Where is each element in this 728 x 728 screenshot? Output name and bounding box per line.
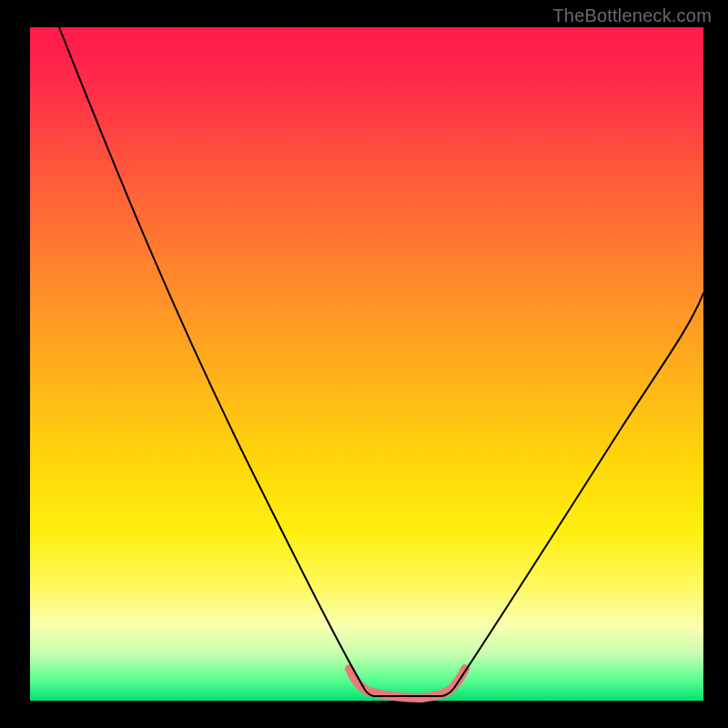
watermark-text: TheBottleneck.com bbox=[552, 5, 712, 26]
v-curve-left bbox=[59, 27, 374, 696]
chart-frame: TheBottleneck.com bbox=[0, 0, 728, 728]
plot-area bbox=[30, 27, 703, 701]
v-curve-right bbox=[441, 293, 703, 696]
curve-layer bbox=[30, 27, 703, 701]
